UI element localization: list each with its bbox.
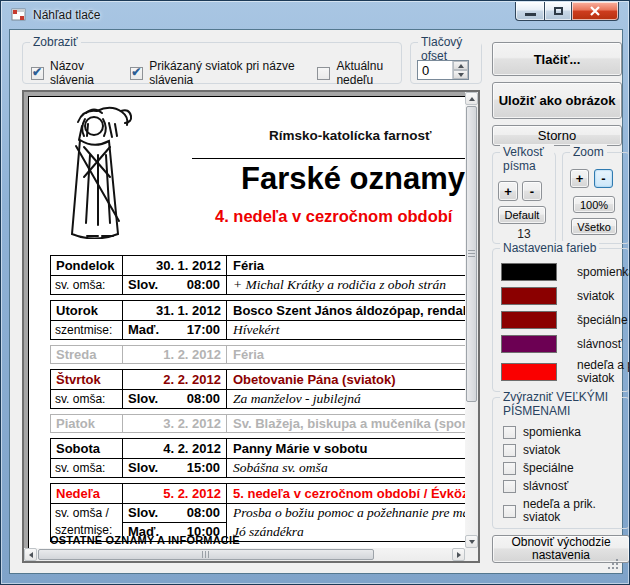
color-swatch[interactable] <box>501 311 557 329</box>
table-row: Pondelok30. 1. 2012Fériasv. omša:Slov.08… <box>50 255 465 295</box>
font-size-default-button[interactable]: Default <box>498 206 546 224</box>
print-offset-group: Tlačový ofset 0 <box>410 42 482 84</box>
color-swatch[interactable] <box>501 263 557 281</box>
mass-langtime: Maď.17:00 <box>123 321 227 339</box>
chevron-down-icon <box>458 73 464 77</box>
mass-intention: Hívekért <box>227 321 465 339</box>
font-size-decrease-button[interactable]: - <box>522 181 542 201</box>
mass-intention: + Michal Krátky a rodičia z oboh strán <box>227 276 465 294</box>
spinner-up-button[interactable] <box>453 61 468 70</box>
day-name: Nedeľa <box>51 484 123 503</box>
arrow-left-icon <box>29 552 33 558</box>
color-setting-row: spomienka <box>501 263 630 281</box>
day-date: 3. 2. 2012 <box>123 415 227 432</box>
mass-time: 15:00 <box>187 459 220 477</box>
spinner-down-button[interactable] <box>453 70 468 79</box>
maximize-button[interactable] <box>544 2 572 21</box>
uppercase-option-checkbox[interactable]: spomienka <box>503 426 615 439</box>
mass-language: Slov. <box>128 390 158 408</box>
mass-langtime: Slov.15:00 <box>123 459 227 477</box>
uppercase-option-checkbox[interactable]: slávnosť <box>503 480 615 493</box>
parish-header: Rímsko-katolícka farnosť <box>269 128 432 143</box>
checkbox-icon <box>503 444 516 457</box>
day-name: Utorok <box>51 301 123 320</box>
zoom-group-label: Zoom <box>570 145 607 159</box>
offset-group-label: Tlačový ofset <box>418 35 481 63</box>
client-area: Zobraziť Názov slávenia Prikázaný sviato… <box>9 29 623 574</box>
horizontal-scroll-thumb[interactable] <box>38 549 374 560</box>
checkbox-icon <box>503 505 516 518</box>
header-divider <box>192 158 465 159</box>
day-header-row: Piatok3. 2. 2012Sv. Blažeja, biskupa a m… <box>51 415 465 432</box>
color-label: spomienka <box>577 266 630 279</box>
mass-row: Maď.17:00Hívekért <box>123 321 465 339</box>
zoom-group: Zoom + - 100% Všetko <box>562 152 630 244</box>
color-swatch[interactable] <box>501 287 557 305</box>
mass-intention: Prosba o božiu pomoc a požehnanie pre ma… <box>227 504 465 523</box>
mass-time: 08:00 <box>187 504 220 522</box>
zoom-out-button[interactable]: - <box>594 169 613 188</box>
checkbox-label: Názov slávenia <box>50 59 110 87</box>
offset-value[interactable]: 0 <box>418 61 452 79</box>
day-name: Sobota <box>51 439 123 458</box>
scrollbar-corner <box>465 548 478 561</box>
mass-language: Slov. <box>128 504 158 522</box>
save-as-image-button[interactable]: Uložiť ako obrázok <box>492 82 622 119</box>
titlebar[interactable]: Náhľad tlače <box>1 1 629 29</box>
checkbox-label: špeciálne <box>523 462 615 475</box>
maximize-icon <box>554 7 563 15</box>
arrow-down-icon <box>469 540 475 544</box>
uppercase-option-checkbox[interactable]: sviatok <box>503 444 615 457</box>
color-label: sviatok <box>577 290 630 303</box>
color-swatch[interactable] <box>501 335 557 353</box>
checkbox-label: Aktuálnu nedeľu <box>336 59 401 87</box>
uppercase-rows: spomienka sviatok špeciálne sláv <box>503 426 615 529</box>
color-setting-row: nedeľa a prík. sviatok <box>501 359 630 385</box>
day-date: 4. 2. 2012 <box>123 439 227 458</box>
close-button[interactable] <box>572 2 619 21</box>
mass-col: Maď.17:00Hívekért <box>123 321 465 339</box>
show-option-checkbox[interactable]: Prikázaný sviatok pri názve slávenia <box>130 59 297 87</box>
checkbox-icon <box>503 480 516 493</box>
cancel-button[interactable]: Storno <box>492 125 622 146</box>
color-label: špeciálne <box>577 314 630 327</box>
uppercase-group-label: Zvýrazniť VEĽKÝMI PÍSMENAMI <box>500 390 622 418</box>
mass-time: 17:00 <box>187 321 220 339</box>
horizontal-scrollbar[interactable] <box>24 548 465 561</box>
color-setting-row: sviatok <box>501 287 630 305</box>
zoom-in-button[interactable]: + <box>570 169 589 188</box>
color-settings-group: Nastavenia farieb spomienka sviatok <box>492 248 630 392</box>
spinner-buttons <box>452 61 468 79</box>
print-button[interactable]: Tlačiť... <box>492 42 622 76</box>
vertical-scrollbar[interactable] <box>465 92 478 548</box>
color-swatch[interactable] <box>501 363 557 381</box>
print-offset-spinner[interactable]: 0 <box>417 60 469 80</box>
day-title: Bosco Szent János áldozópap, rendalapító <box>227 301 465 320</box>
show-option-checkbox[interactable]: Názov slávenia <box>31 59 110 87</box>
table-row: Štvrtok2. 2. 2012Obetovanie Pána (sviato… <box>50 369 465 409</box>
scroll-left-button[interactable] <box>24 548 37 561</box>
vertical-scroll-thumb[interactable] <box>466 106 477 402</box>
uppercase-option-checkbox[interactable]: nedeľa a prik. sviatok <box>503 498 615 524</box>
preview-panel: Rímsko-katolícka farnosť Farské oznamy 4… <box>22 90 480 563</box>
minimize-button[interactable] <box>515 2 544 21</box>
preview-viewport: Rímsko-katolícka farnosť Farské oznamy 4… <box>24 92 465 548</box>
day-header-row: Štvrtok2. 2. 2012Obetovanie Pána (sviato… <box>51 370 465 389</box>
scroll-down-button[interactable] <box>465 535 478 548</box>
zoom-fit-all-button[interactable]: Všetko <box>571 218 617 235</box>
mass-language: Slov. <box>128 459 158 477</box>
day-date: 30. 1. 2012 <box>123 256 227 275</box>
table-row: Streda1. 2. 2012Féria <box>50 345 465 364</box>
day-title: Féria <box>227 346 465 363</box>
font-size-increase-button[interactable]: + <box>498 181 518 201</box>
scroll-up-button[interactable] <box>465 92 478 105</box>
font-size-group-label: Veľkosť písma <box>500 145 554 173</box>
show-options-group: Zobraziť Názov slávenia Prikázaný sviato… <box>22 42 402 84</box>
resize-grip-icon[interactable] <box>607 558 619 570</box>
colors-group-label: Nastavenia farieb <box>500 241 599 255</box>
uppercase-option-checkbox[interactable]: špeciálne <box>503 462 615 475</box>
zoom-100-button[interactable]: 100% <box>573 196 615 213</box>
scroll-right-button[interactable] <box>452 548 465 561</box>
show-checkbox-row: Názov slávenia Prikázaný sviatok pri náz… <box>31 59 401 87</box>
show-option-checkbox[interactable]: Aktuálnu nedeľu <box>317 59 401 87</box>
